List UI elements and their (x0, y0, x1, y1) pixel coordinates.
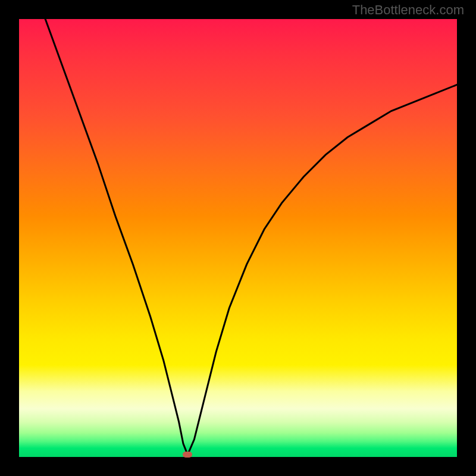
watermark-text: TheBottleneck.com (352, 2, 464, 18)
bottleneck-curve (19, 19, 457, 457)
minimum-marker-dot (183, 452, 192, 458)
chart-plot-area (19, 19, 457, 457)
